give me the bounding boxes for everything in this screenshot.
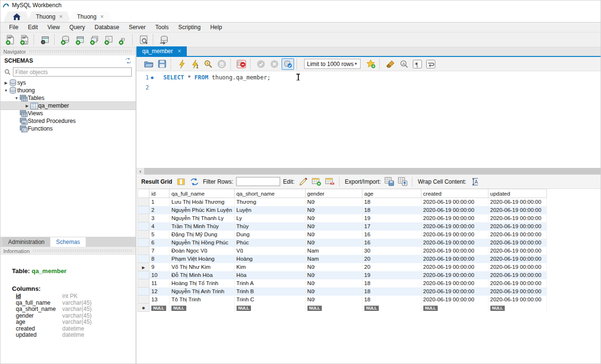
- menu-server[interactable]: Server: [124, 23, 150, 32]
- grid-cell[interactable]: Nữ: [305, 198, 362, 206]
- grid-cell[interactable]: 12: [149, 287, 170, 296]
- tree-item-sys[interactable]: ▶sys: [0, 79, 136, 87]
- grid-cell[interactable]: 2020-06-19 00:00:00: [421, 231, 488, 239]
- refresh-schemas-icon[interactable]: [125, 58, 132, 64]
- grid-cell[interactable]: 2020-06-19 00:00:00: [421, 198, 488, 206]
- grid-column-header-qa_full_name[interactable]: qa_full_name: [170, 189, 235, 198]
- grid-cell[interactable]: 2020-06-19 00:00:00: [488, 263, 546, 271]
- menu-view[interactable]: View: [43, 23, 65, 32]
- grid-cell[interactable]: 2020-06-19 00:00:00: [421, 214, 488, 222]
- new-sql-tab-icon[interactable]: SQL: [3, 33, 17, 46]
- grid-cell[interactable]: Nữ: [305, 263, 362, 271]
- connection-tab-1[interactable]: Thuong ×: [27, 11, 71, 22]
- tree-item-qa_member[interactable]: ▶qa_member: [0, 102, 136, 110]
- grid-cell[interactable]: 13: [149, 296, 170, 304]
- grid-cell[interactable]: 2020-06-19 00:00:00: [488, 239, 546, 247]
- grid-cell[interactable]: Nguyễn Thị Thanh Ly: [170, 214, 235, 222]
- limit-rows-dropdown[interactable]: Limit to 1000 rows▼: [304, 59, 361, 69]
- create-function-icon[interactable]: f(): [116, 33, 130, 46]
- tree-item-functions[interactable]: fFunctions: [0, 125, 136, 132]
- grid-column-header-id[interactable]: id: [149, 189, 170, 198]
- grid-cell[interactable]: Phúc: [234, 239, 305, 247]
- row-selector-cell[interactable]: [138, 271, 149, 279]
- grid-row-7[interactable]: 7Đoàn Ngọc VũVũNam302020-06-19 00:00:002…: [138, 247, 547, 255]
- grid-cell[interactable]: 9: [149, 263, 170, 271]
- grid-cell[interactable]: 2020-06-19 00:00:00: [488, 206, 546, 214]
- autocommit-icon[interactable]: [282, 58, 294, 70]
- grid-cell[interactable]: Nữ: [305, 239, 362, 247]
- grid-cell[interactable]: 4: [149, 222, 170, 231]
- grid-cell[interactable]: 2020-06-19 00:00:00: [488, 214, 546, 222]
- grid-null-cell[interactable]: NULL: [488, 304, 546, 312]
- tree-item-stored-procedures[interactable]: spStored Procedures: [0, 117, 136, 125]
- grid-row-10[interactable]: 10Đỗ Thị Minh HòaHòaNữ192020-06-19 00:00…: [138, 271, 547, 279]
- grid-cell[interactable]: Kim: [234, 263, 305, 271]
- grid-cell[interactable]: 2020-06-19 00:00:00: [421, 255, 488, 263]
- refresh-icon[interactable]: [189, 176, 200, 187]
- grid-cell[interactable]: 2020-06-19 00:00:00: [421, 263, 488, 271]
- grid-cell[interactable]: Thương: [234, 198, 305, 206]
- grid-cell[interactable]: 18: [362, 206, 421, 214]
- grid-cell[interactable]: Hoàng Thị Tố Trinh: [170, 279, 235, 287]
- reconnect-dbms-icon[interactable]: [158, 33, 171, 46]
- tree-expand-icon[interactable]: ▼: [3, 88, 9, 93]
- menu-database[interactable]: Database: [90, 23, 124, 32]
- home-tab[interactable]: [3, 11, 30, 22]
- sidebar-tab-administration[interactable]: Administration: [2, 237, 50, 247]
- import-grid-icon[interactable]: [397, 176, 408, 187]
- grid-cell[interactable]: Nữ: [305, 222, 362, 231]
- grid-cell[interactable]: 2020-06-19 00:00:00: [421, 296, 488, 304]
- grid-cell[interactable]: Nữ: [305, 279, 362, 287]
- create-view-icon[interactable]: [88, 33, 101, 46]
- row-selector-cell[interactable]: [138, 214, 149, 222]
- wrap-cell-icon[interactable]: A: [469, 176, 481, 187]
- close-icon[interactable]: ×: [59, 13, 63, 20]
- grid-cell[interactable]: 2020-06-19 00:00:00: [488, 222, 546, 231]
- grid-cell[interactable]: Nữ: [305, 271, 362, 279]
- stop-icon[interactable]: [215, 58, 228, 70]
- grid-cell[interactable]: 3: [149, 214, 170, 222]
- row-selector-cell[interactable]: [138, 296, 149, 304]
- execute-current-icon[interactable]: [189, 58, 201, 70]
- grid-cell[interactable]: Phạm Việt Hoàng: [170, 255, 235, 263]
- invisible-chars-icon[interactable]: ¶: [411, 58, 423, 70]
- row-selector-cell[interactable]: [138, 231, 149, 239]
- grid-row-9[interactable]: ▶9Võ Thị Như KimKimNữ202020-06-19 00:00:…: [138, 263, 547, 271]
- row-selector-cell[interactable]: [138, 222, 149, 231]
- grid-cell[interactable]: Nữ: [305, 296, 362, 304]
- edit-pencil-icon[interactable]: [297, 176, 309, 187]
- grid-cell[interactable]: 2020-06-19 00:00:00: [421, 279, 488, 287]
- export-grid-icon[interactable]: [384, 176, 395, 187]
- grid-columns-icon[interactable]: [175, 176, 187, 187]
- create-table-icon[interactable]: [73, 33, 87, 46]
- menu-tools[interactable]: Tools: [150, 23, 173, 32]
- create-procedure-icon[interactable]: [102, 33, 115, 46]
- grid-row-11[interactable]: 11Hoàng Thị Tố TrinhTrinh ANữ182020-06-1…: [138, 279, 547, 287]
- grid-cell[interactable]: Đặng Thị Mỹ Dung: [170, 231, 235, 239]
- grid-cell[interactable]: 18: [362, 279, 421, 287]
- grid-cell[interactable]: 2020-06-19 00:00:00: [421, 247, 488, 255]
- close-icon[interactable]: ×: [100, 13, 103, 20]
- grid-cell[interactable]: Nam: [305, 247, 362, 255]
- new-row-placeholder[interactable]: ✱NULLNULLNULLNULLNULLNULLNULL: [138, 304, 547, 312]
- wrap-text-icon[interactable]: [424, 58, 437, 70]
- grid-row-1[interactable]: 1Lưu Thị Hoài ThươngThươngNữ182020-06-19…: [138, 198, 547, 206]
- grid-cell[interactable]: Trinh B: [234, 287, 305, 296]
- grid-row-2[interactable]: 2Nguyễn Phúc Kim LuyệnLuyệnNữ182020-06-1…: [138, 206, 547, 214]
- explain-icon[interactable]: [202, 58, 215, 70]
- grid-null-cell[interactable]: NULL: [170, 304, 235, 312]
- grid-cell[interactable]: Lưu Thị Hoài Thương: [170, 198, 235, 206]
- grid-column-header-updated[interactable]: updated: [488, 189, 546, 198]
- grid-cell[interactable]: 1: [149, 198, 170, 206]
- grid-cell[interactable]: Nữ: [305, 214, 362, 222]
- grid-row-6[interactable]: 6Nguyễn Thị Hồng PhúcPhúcNữ162020-06-19 …: [138, 239, 547, 247]
- grid-cell[interactable]: 2020-06-19 00:00:00: [488, 296, 546, 304]
- filter-rows-input[interactable]: [236, 177, 280, 186]
- row-selector-cell[interactable]: [138, 239, 149, 247]
- sidebar-tab-schemas[interactable]: Schemas: [50, 237, 86, 247]
- grid-cell[interactable]: 2020-06-19 00:00:00: [488, 198, 546, 206]
- row-selector-cell[interactable]: [138, 287, 149, 296]
- grid-column-header-age[interactable]: age: [362, 189, 421, 198]
- grid-cell[interactable]: Nữ: [305, 206, 362, 214]
- grid-cell[interactable]: Tô Thị Trinh: [170, 296, 235, 304]
